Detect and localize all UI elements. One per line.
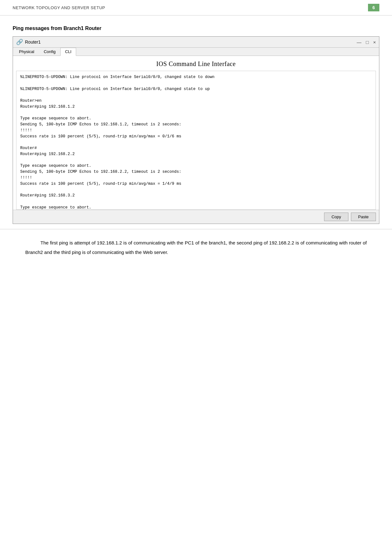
paste-button[interactable]: Paste — [351, 213, 376, 221]
tab-cli[interactable]: CLI — [60, 48, 76, 56]
window-controls: — □ × — [357, 39, 376, 45]
router-titlebar: 🔗 Router1 — □ × — [13, 37, 379, 48]
maximize-button[interactable]: □ — [366, 39, 369, 45]
titlebar-left: 🔗 Router1 — [16, 39, 41, 45]
bottom-divider — [0, 229, 392, 229]
page-header: NETWORK TOPOLOGY AND SERVER SETUP 6 — [0, 0, 392, 15]
top-divider — [0, 15, 392, 15]
minimize-button[interactable]: — — [357, 39, 361, 45]
close-button[interactable]: × — [373, 39, 376, 45]
tab-physical[interactable]: Physical — [14, 48, 39, 56]
router-icon: 🔗 — [16, 39, 23, 45]
copy-button[interactable]: Copy — [324, 213, 348, 221]
body-paragraph: The first ping is attempt of 192.168.1.2… — [25, 238, 367, 257]
page-title: NETWORK TOPOLOGY AND SERVER SETUP — [13, 5, 105, 10]
router-tabs: Physical Config CLI — [13, 48, 379, 56]
tab-config[interactable]: Config — [39, 48, 60, 56]
section-heading: Ping messages from Branch1 Router — [13, 26, 379, 31]
router-window: 🔗 Router1 — □ × Physical Config CLI IOS … — [13, 36, 379, 224]
router-window-title: Router1 — [25, 39, 41, 45]
page-number-badge: 6 — [368, 4, 379, 11]
cli-heading: IOS Command Line Interface — [13, 56, 379, 71]
cli-output[interactable]: %LINEPROTO-5-UPDOWN: Line protocol on In… — [16, 71, 376, 210]
cli-actions: Copy Paste — [13, 210, 379, 224]
